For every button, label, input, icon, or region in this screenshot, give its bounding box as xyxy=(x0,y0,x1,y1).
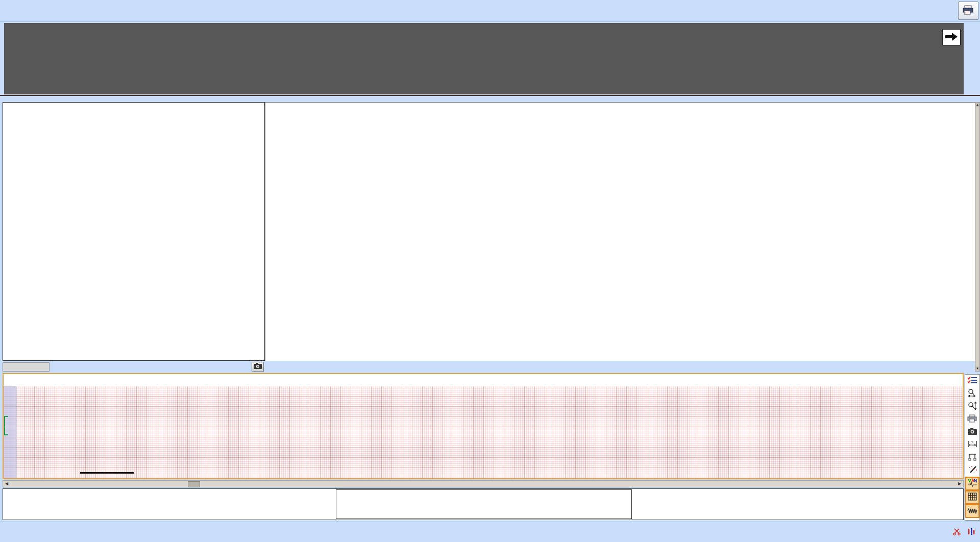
printer-icon xyxy=(967,414,977,424)
grid-scroll-down-icon[interactable]: ▼ xyxy=(975,366,979,371)
checklist-icon xyxy=(967,376,977,386)
ecg-horizontal-scrollbar[interactable]: ◀ ▶ xyxy=(3,480,964,487)
grid-toggle-button[interactable] xyxy=(965,490,979,504)
measure-interval-button[interactable]: ? xyxy=(965,438,979,451)
grid-icon xyxy=(968,492,977,502)
caliper-button[interactable] xyxy=(965,451,979,464)
ecg-paper[interactable] xyxy=(4,386,963,478)
zoom-horizontal-button[interactable] xyxy=(965,387,979,400)
print-button[interactable] xyxy=(958,2,978,20)
zoom-horizontal-icon xyxy=(967,388,977,399)
lorenz-plot-panel[interactable] xyxy=(3,102,265,361)
magic-wand-icon xyxy=(967,465,977,476)
bottom-toolbar xyxy=(0,522,980,542)
beat-list-button[interactable] xyxy=(965,375,979,387)
scroll-right-icon[interactable]: ▶ xyxy=(956,481,963,487)
scroll-left-icon[interactable]: ◀ xyxy=(3,481,10,487)
snapshot-button[interactable] xyxy=(965,426,979,438)
printer-icon xyxy=(962,5,974,17)
delete-beats-button[interactable] xyxy=(953,528,961,537)
trend-canvas xyxy=(4,23,157,100)
grid-scroll-up-icon[interactable]: ▲ xyxy=(975,103,979,107)
calibration-mark xyxy=(4,416,8,435)
hr-trend-panel[interactable] xyxy=(4,23,964,94)
print-strip-button[interactable] xyxy=(965,413,979,426)
holter-app-window: ▲ ▼ ? ◀ ▶ xyxy=(0,0,980,542)
caliper-icon xyxy=(967,453,977,462)
ecg-tool-column: ? xyxy=(965,374,980,521)
ecg-canvas xyxy=(4,386,157,463)
lorenz-filter-row xyxy=(3,362,265,373)
scroll-thumb[interactable] xyxy=(188,481,200,487)
waveform-toggle-button[interactable] xyxy=(965,504,979,518)
arrow-right-icon xyxy=(945,32,958,43)
beat-marks-button[interactable] xyxy=(968,528,975,537)
camera-icon xyxy=(968,428,977,436)
tab-bar xyxy=(0,0,980,22)
grid-scrollbar[interactable]: ▲ ▼ xyxy=(975,102,980,372)
waveform-icon xyxy=(967,507,977,515)
beat-annotation-row xyxy=(4,374,963,386)
caliper-question-icon: ? xyxy=(967,440,977,450)
beat-type-icon xyxy=(967,478,977,489)
scissors-icon xyxy=(953,528,961,537)
trend-next-button[interactable] xyxy=(942,29,961,45)
quadrant-mode-box[interactable] xyxy=(3,362,50,372)
strip-grid xyxy=(265,102,975,361)
camera-icon xyxy=(254,363,262,371)
svg-text:?: ? xyxy=(971,440,973,444)
lorenz-canvas[interactable] xyxy=(3,103,156,179)
beat-marks-icon xyxy=(968,528,975,537)
overview-selection-box[interactable] xyxy=(336,489,632,519)
sve-wand-button[interactable] xyxy=(965,464,979,477)
beat-type-button[interactable] xyxy=(965,477,979,490)
ecg-overview-strip[interactable] xyxy=(3,488,964,520)
trend-y-scale xyxy=(965,23,980,94)
lorenz-snapshot-button[interactable] xyxy=(252,362,264,372)
ecg-scale-bar xyxy=(80,472,134,474)
zoom-vertical-button[interactable] xyxy=(965,400,979,413)
ecg-window[interactable] xyxy=(3,373,964,479)
zoom-vertical-icon xyxy=(967,401,977,412)
